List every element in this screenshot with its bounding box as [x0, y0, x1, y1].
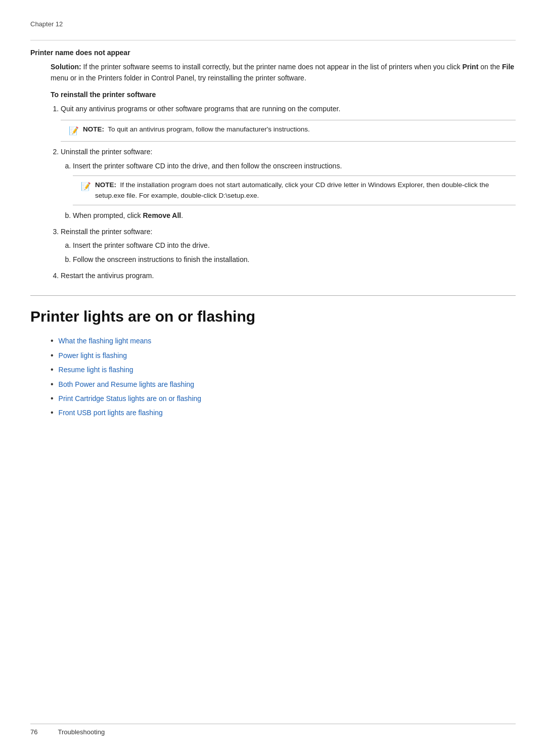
step-2a: Insert the printer software CD into the …: [73, 161, 516, 205]
list-item-6: Front USB port lights are flashing: [51, 407, 516, 418]
step-4: Restart the antivirus program.: [61, 271, 516, 282]
reinstall-heading: To reinstall the printer software: [51, 91, 516, 99]
link-both-power-resume-flashing[interactable]: Both Power and Resume lights are flashin…: [59, 379, 194, 390]
link-resume-light-flashing[interactable]: Resume light is flashing: [59, 364, 133, 375]
step-3a-text: Insert the printer software CD into the …: [73, 241, 210, 249]
list-item-3: Resume light is flashing: [51, 364, 516, 375]
list-item-2: Power light is flashing: [51, 350, 516, 361]
step-2: Uninstall the printer software: Insert t…: [61, 147, 516, 221]
note-2: 📝 NOTE: If the installation program does…: [73, 175, 516, 205]
step-3-sub-list: Insert the printer software CD into the …: [73, 240, 516, 265]
reinstall-steps-list: Quit any antivirus programs or other sof…: [61, 104, 516, 281]
page-footer: 76 Troubleshooting: [30, 724, 516, 736]
step-2-text: Uninstall the printer software:: [61, 148, 152, 156]
step-2-sub-list: Insert the printer software CD into the …: [73, 161, 516, 221]
solution-label: Solution:: [51, 63, 81, 71]
solution-paragraph: Solution: If the printer software seems …: [51, 62, 516, 83]
list-item-5: Print Cartridge Status lights are on or …: [51, 393, 516, 404]
link-flashing-light-means[interactable]: What the flashing light means: [59, 335, 152, 346]
step-3a: Insert the printer software CD into the …: [73, 240, 516, 251]
list-item-4: Both Power and Resume lights are flashin…: [51, 379, 516, 390]
note-2-text: NOTE: If the installation program does n…: [95, 180, 508, 201]
note-icon-2: 📝: [81, 181, 91, 193]
link-front-usb-port-flashing[interactable]: Front USB port lights are flashing: [59, 407, 163, 418]
section-divider-top: [30, 40, 516, 40]
printer-lights-links-list: What the flashing light means Power ligh…: [51, 335, 516, 418]
step-2a-text: Insert the printer software CD into the …: [73, 162, 342, 170]
note-1: 📝 NOTE: To quit an antivirus program, fo…: [61, 120, 516, 142]
list-item-1: What the flashing light means: [51, 335, 516, 346]
step-1: Quit any antivirus programs or other sof…: [61, 104, 516, 142]
step-3b-text: Follow the onscreen instructions to fini…: [73, 255, 249, 263]
chapter-label: Chapter 12: [30, 20, 63, 28]
step-2b: When prompted, click Remove All.: [73, 210, 516, 221]
link-power-light-flashing[interactable]: Power light is flashing: [59, 350, 127, 361]
step-4-text: Restart the antivirus program.: [61, 272, 154, 280]
note-icon-1: 📝: [69, 125, 79, 137]
step-1-text: Quit any antivirus programs or other sof…: [61, 105, 340, 113]
step-2b-text: When prompted, click Remove All.: [73, 211, 183, 219]
step-3: Reinstall the printer software: Insert t…: [61, 227, 516, 265]
step-3-text: Reinstall the printer software:: [61, 228, 152, 236]
footer-section-label: Troubleshooting: [58, 728, 105, 736]
section-separator: [30, 295, 516, 296]
chapter-header: Chapter 12: [30, 20, 516, 28]
printer-lights-heading: Printer lights are on or flashing: [30, 308, 516, 325]
link-print-cartridge-status-lights[interactable]: Print Cartridge Status lights are on or …: [59, 393, 201, 404]
solution-text1: If the printer software seems to install…: [51, 63, 514, 82]
step-3b: Follow the onscreen instructions to fini…: [73, 254, 516, 265]
printer-name-heading: Printer name does not appear: [30, 49, 516, 57]
note-1-text: NOTE: To quit an antivirus program, foll…: [83, 124, 310, 135]
page: Chapter 12 Printer name does not appear …: [0, 0, 546, 756]
footer-page-number: 76: [30, 728, 37, 736]
